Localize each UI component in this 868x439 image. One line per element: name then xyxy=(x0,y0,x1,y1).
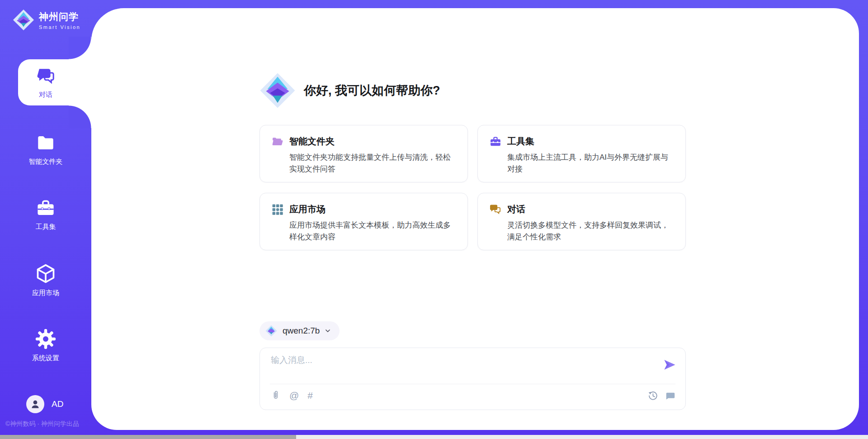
sidebar-item-label: 应用市场 xyxy=(0,289,91,297)
card-smart-folder[interactable]: 智能文件夹 智能文件夹功能支持批量文件上传与清洗，轻松实现文件问答 xyxy=(259,125,468,182)
model-name: qwen2:7b xyxy=(283,326,320,336)
card-toolbox[interactable]: 工具集 集成市场上主流工具，助力AI与外界无缝扩展与对接 xyxy=(477,125,686,182)
avatar xyxy=(26,395,44,413)
feedback-bubble-icon[interactable] xyxy=(665,391,675,401)
sidebar-item-chat[interactable]: 对话 xyxy=(0,66,91,99)
sidebar-item-label: 工具集 xyxy=(0,223,91,231)
composer-divider xyxy=(270,384,675,384)
brand-logo: 神州问学 Smart Vision xyxy=(13,9,80,31)
chevron-down-icon xyxy=(324,327,331,334)
toolbox-icon xyxy=(36,198,56,218)
sidebar-item-app-market[interactable]: 应用市场 xyxy=(0,263,91,297)
copyright-text: ©神州数码 · 神州问学出品 xyxy=(5,420,91,428)
model-selector[interactable]: qwen2:7b xyxy=(259,321,340,340)
card-title: 智能文件夹 xyxy=(289,135,335,148)
card-description: 智能文件夹功能支持批量文件上传与清洗，轻松实现文件问答 xyxy=(289,152,458,176)
attachment-icon[interactable] xyxy=(271,391,281,401)
send-icon[interactable] xyxy=(663,358,676,372)
history-icon[interactable] xyxy=(648,391,658,401)
composer-tools-right xyxy=(648,391,675,401)
brand-subtitle: Smart Vision xyxy=(39,24,80,30)
chat-icon xyxy=(36,66,56,86)
gem-logo-icon xyxy=(259,72,296,109)
user-initials: AD xyxy=(52,399,63,409)
grid-icon xyxy=(272,204,283,215)
card-title: 应用市场 xyxy=(289,203,326,215)
cube-icon xyxy=(35,263,56,284)
gem-logo-icon xyxy=(13,9,34,31)
sidebar-item-label: 对话 xyxy=(0,91,91,99)
feature-cards: 智能文件夹 智能文件夹功能支持批量文件上传与清洗，轻松实现文件问答 工具集 集成… xyxy=(259,125,686,250)
card-title: 工具集 xyxy=(507,135,534,148)
sidebar: 神州问学 Smart Vision 对话 智能文件夹 工具 xyxy=(0,0,91,439)
horizontal-scrollbar-thumb[interactable] xyxy=(0,435,296,439)
toolbox-icon xyxy=(490,136,501,148)
user-account[interactable]: AD xyxy=(26,395,63,413)
gem-logo-icon xyxy=(265,325,277,337)
card-app-market[interactable]: 应用市场 应用市场提供丰富长文本模板，助力高效生成多样化文章内容 xyxy=(259,193,468,250)
card-title: 对话 xyxy=(507,203,525,215)
mention-icon[interactable]: @ xyxy=(289,391,299,401)
folder-icon xyxy=(36,133,56,153)
sidebar-item-settings[interactable]: 系统设置 xyxy=(0,329,91,363)
message-composer: @ # xyxy=(259,348,686,410)
chat-icon xyxy=(490,204,501,215)
person-icon xyxy=(30,399,41,410)
sidebar-item-toolbox[interactable]: 工具集 xyxy=(0,198,91,231)
sidebar-item-smart-folder[interactable]: 智能文件夹 xyxy=(0,133,91,166)
hashtag-icon[interactable]: # xyxy=(307,391,313,401)
sidebar-item-label: 智能文件夹 xyxy=(0,157,91,166)
horizontal-scrollbar xyxy=(0,435,868,439)
greeting-title: 你好, 我可以如何帮助你? xyxy=(304,82,440,99)
composer-tools-left: @ # xyxy=(271,391,313,401)
card-description: 灵活切换多模型文件，支持多样回复效果调试，满足个性化需求 xyxy=(507,220,675,243)
card-description: 应用市场提供丰富长文本模板，助力高效生成多样化文章内容 xyxy=(289,220,458,243)
greeting-block: 你好, 我可以如何帮助你? xyxy=(259,72,440,109)
message-input[interactable] xyxy=(271,354,660,381)
card-chat[interactable]: 对话 灵活切换多模型文件，支持多样回复效果调试，满足个性化需求 xyxy=(477,193,686,250)
sidebar-item-label: 系统设置 xyxy=(0,354,91,363)
card-description: 集成市场上主流工具，助力AI与外界无缝扩展与对接 xyxy=(507,152,675,176)
folder-open-icon xyxy=(272,136,283,148)
brand-name: 神州问学 xyxy=(39,10,80,23)
gear-icon xyxy=(35,329,56,349)
